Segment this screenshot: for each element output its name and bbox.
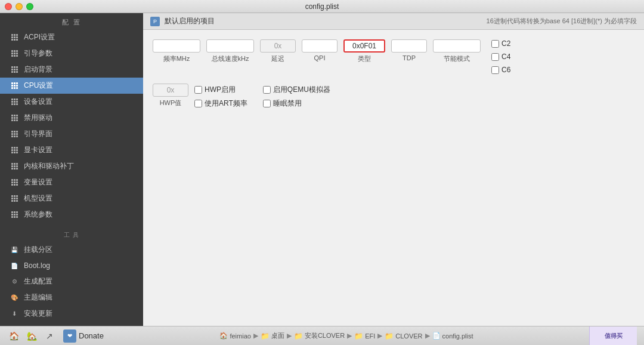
sidebar-item-sys-params[interactable]: 系统参数 (0, 207, 143, 223)
install-update-icon: ⬇ (10, 309, 19, 319)
vars-icon (10, 178, 19, 187)
tdp-input[interactable] (391, 39, 427, 53)
hwp-enable-checkbox[interactable] (194, 86, 202, 94)
power-mode-input[interactable] (433, 39, 481, 53)
qpi-field: QPI (302, 39, 338, 61)
sidebar-item-mount[interactable]: 💾 挂载分区 (0, 242, 143, 258)
qpi-input[interactable] (302, 39, 338, 53)
c4-row: C4 (491, 53, 510, 61)
sidebar-item-cpu[interactable]: CPU设置 (0, 78, 143, 94)
sidebar-item-install-driver[interactable]: 🔧 安装驱动 (0, 322, 143, 326)
breadcrumb-efi[interactable]: 📁 EFI (354, 332, 375, 340)
gen-config-icon: ⚙ (10, 277, 19, 287)
c2-row: C2 (491, 39, 510, 48)
sidebar-item-label: 挂载分区 (24, 245, 52, 255)
sidebar-config-title: 配 置 (0, 13, 143, 29)
sidebar-item-device[interactable]: 设备设置 (0, 94, 143, 110)
acpi-icon (10, 33, 19, 42)
qemu-checkbox[interactable] (263, 86, 271, 94)
latency-input[interactable] (260, 39, 296, 53)
sidebar-item-gui[interactable]: 引导界面 (0, 126, 143, 142)
kernel-icon (10, 162, 19, 171)
latency-label: 延迟 (271, 54, 284, 63)
sidebar-item-acpi[interactable]: ACPI设置 (0, 29, 143, 45)
sidebar-item-kernel[interactable]: 内核和驱动补丁 (0, 158, 143, 174)
sidebar-item-label: 安装更新 (24, 309, 52, 319)
bottom-icon-share[interactable]: ↗ (43, 329, 56, 343)
sidebar-item-label: 设备设置 (24, 97, 52, 107)
c6-row: C6 (491, 66, 510, 74)
bottom-icon-home[interactable]: 🏠 (7, 329, 20, 343)
breadcrumb-desktop[interactable]: 📁 桌面 (261, 331, 284, 340)
breadcrumb-clover-label: CLOVER (395, 332, 422, 340)
art-freq-row: 使用ART频率 (194, 98, 247, 109)
minimize-button[interactable] (16, 3, 23, 10)
sleep-disable-label: 睡眠禁用 (273, 98, 302, 109)
sidebar-item-label: Boot.log (24, 261, 50, 270)
sidebar-item-label: 系统参数 (24, 210, 52, 220)
bottom-icon-house[interactable]: 🏡 (25, 329, 38, 343)
folder-icon-4: 📁 (385, 332, 394, 340)
file-icon: 📄 (432, 332, 441, 340)
plist-icon: P (150, 17, 160, 26)
freq-field: 频率MHz (153, 39, 200, 63)
window-title: config.plist (305, 2, 339, 11)
sleep-disable-row: 睡眠禁用 (263, 98, 330, 109)
c6-checkbox[interactable] (491, 66, 499, 74)
c2-label: C2 (501, 39, 510, 48)
close-button[interactable] (5, 3, 12, 10)
art-freq-checkbox[interactable] (194, 100, 202, 107)
disable-driver-icon (10, 113, 19, 123)
sidebar-item-vars[interactable]: 变量设置 (0, 174, 143, 190)
sidebar-item-boot-bg[interactable]: 启动背景 (0, 61, 143, 78)
hwp-enable-row: HWP启用 (194, 85, 247, 95)
content-header-title: 默认启用的项目 (165, 16, 482, 26)
extra-checkboxes: 启用QEMU模拟器 睡眠禁用 (263, 85, 330, 109)
sidebar-item-label: CPU设置 (24, 81, 53, 91)
sep1: ▶ (253, 332, 258, 340)
folder-icon-3: 📁 (354, 332, 363, 340)
sidebar-item-smbios[interactable]: 机型设置 (0, 190, 143, 207)
sys-params-icon (10, 210, 19, 220)
sidebar-item-gen-config[interactable]: ⚙ 生成配置 (0, 273, 143, 289)
breadcrumb-clover[interactable]: 📁 CLOVER (385, 332, 422, 340)
sidebar-item-disable-driver[interactable]: 禁用驱动 (0, 110, 143, 126)
sidebar-item-theme-editor[interactable]: 🎨 主题编辑 (0, 289, 143, 306)
sidebar-item-gpu[interactable]: 显卡设置 (0, 142, 143, 158)
type-input[interactable] (343, 39, 385, 53)
breadcrumb-home[interactable]: 🏠 feimiao (219, 332, 250, 340)
maximize-button[interactable] (26, 3, 33, 10)
qemu-label: 启用QEMU模拟器 (273, 85, 330, 95)
breadcrumb-install-clover[interactable]: 📁 安装CLOVER (294, 331, 345, 340)
breadcrumb: 🏠 feimiao ▶ 📁 桌面 ▶ 📁 安装CLOVER ▶ 📁 EFI ▶ … (109, 331, 584, 340)
power-mode-label: 节能模式 (444, 54, 470, 63)
titlebar: config.plist (0, 0, 644, 13)
bus-label: 总线速度kHz (212, 54, 249, 63)
folder-icon-2: 📁 (294, 332, 303, 340)
qpi-label: QPI (314, 54, 326, 61)
bootlog-icon: 📄 (10, 261, 19, 270)
breadcrumb-config-plist[interactable]: 📄 config.plist (432, 332, 473, 340)
watermark: 值得买 (589, 326, 637, 346)
bus-field: 总线速度kHz (206, 39, 254, 63)
cpu-form-row2: HWP值 HWP启用 使用ART频率 启用QEMU模拟器 (153, 84, 634, 109)
bus-input[interactable] (206, 39, 254, 53)
c2-checkbox[interactable] (491, 40, 499, 48)
donate-section[interactable]: ❤ Donate (63, 329, 104, 343)
c6-label: C6 (501, 66, 510, 74)
sidebar-item-bootlog[interactable]: 📄 Boot.log (0, 258, 143, 273)
device-icon (10, 97, 19, 107)
mount-icon: 💾 (10, 245, 19, 255)
sidebar-item-boot-args[interactable]: 引导参数 (0, 45, 143, 61)
c4-checkbox[interactable] (491, 53, 499, 61)
donate-icon: ❤ (63, 329, 76, 343)
content-header: P 默认启用的项目 16进制代码将转换为base 64 [16进制](*) 为必… (143, 13, 644, 30)
boot-args-icon (10, 49, 19, 58)
watermark-text: 值得买 (605, 332, 623, 340)
hwp-input[interactable] (153, 84, 188, 97)
sidebar-item-label: 显卡设置 (24, 145, 52, 155)
donate-label: Donate (79, 331, 104, 340)
sleep-disable-checkbox[interactable] (263, 100, 271, 107)
freq-input[interactable] (153, 39, 200, 53)
sidebar-item-install-update[interactable]: ⬇ 安装更新 (0, 306, 143, 322)
